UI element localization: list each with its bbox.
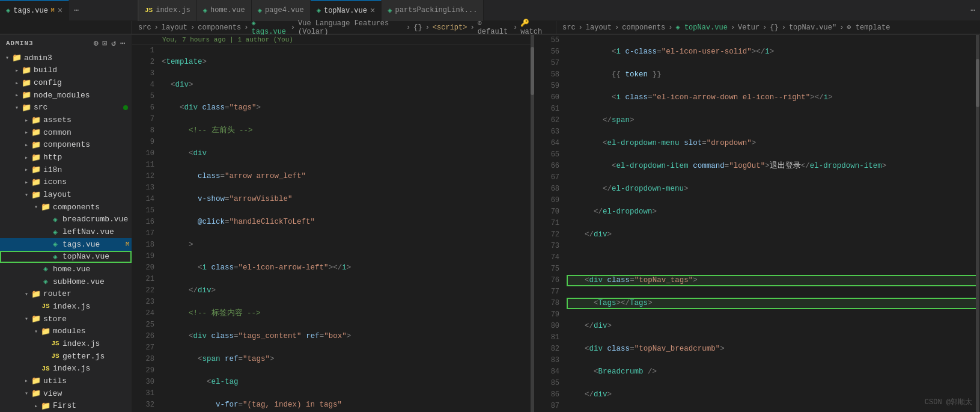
tree-label: router (43, 289, 132, 298)
tree-item-common[interactable]: ▸ 📁 common (0, 126, 132, 139)
tree-arrow: ▸ (22, 117, 31, 124)
close-icon[interactable]: × (370, 6, 375, 16)
folder-icon: 📁 (22, 103, 31, 112)
tree-arrow: ▸ (22, 154, 31, 161)
tree-item-first[interactable]: ▸ 📁 First (0, 399, 132, 412)
tree-item-router[interactable]: ▾ 📁 router (0, 287, 132, 300)
tab-home-vue[interactable]: ◈ home.vue (197, 0, 252, 21)
sidebar-breadcrumb-placeholder (0, 21, 132, 34)
tab-page4-vue[interactable]: ◈ page4.vue (252, 0, 311, 21)
tree-item-i18n[interactable]: ▸ 📁 i18n (0, 164, 132, 176)
tree-item-admin3[interactable]: ▾ 📁 admin3 (0, 52, 132, 64)
right-code-text: <i c-class="el-icon-user-solid"></i> {{ … (564, 35, 979, 412)
tree-item-leftnav[interactable]: ▸ ◈ leftNav.vue (0, 226, 132, 238)
tree-item-http[interactable]: ▸ 📁 http (0, 151, 132, 164)
tree-item-store[interactable]: ▾ 📁 store (0, 313, 132, 325)
right-scrollbar[interactable] (976, 35, 979, 412)
close-icon[interactable]: × (58, 6, 62, 16)
js-icon: JS (145, 7, 153, 14)
sidebar-header-actions: ⊕ ⊡ ↺ ⋯ (94, 38, 126, 48)
tree-arrow: ▾ (31, 203, 41, 211)
tree-item-config[interactable]: ▸ 📁 config (0, 76, 132, 89)
tree-item-layout[interactable]: ▾ 📁 layout (0, 188, 132, 201)
left-code-text: <template> <div> <div class="tags"> <!--… (159, 45, 534, 412)
right-code-content[interactable]: 5556575859 6061626364 6566676869 7071727… (537, 35, 979, 412)
tab-label: topNav.vue (324, 7, 367, 15)
tab-index-js[interactable]: JS index.js (139, 0, 197, 21)
folder-icon: 📁 (22, 66, 31, 75)
new-file-icon[interactable]: ⊕ (94, 38, 99, 48)
left-code-panel: You, 7 hours ago | 1 author (You) 12345 … (132, 35, 535, 412)
tab-bar: ◈ tags.vue M × ⋯ JS index.js ◈ home.vue … (0, 0, 980, 21)
tab-topnav-vue[interactable]: ◈ topNav.vue × (311, 0, 382, 21)
tree-arrow: ▸ (22, 377, 31, 384)
tree-item-modules-index[interactable]: ▸ JS index.js (0, 337, 132, 350)
folder-icon: 📁 (22, 90, 31, 100)
tab-label: index.js (156, 6, 190, 14)
vue-file-icon: ◈ (41, 277, 50, 286)
tree-label: config (34, 78, 132, 87)
right-tab-overflow[interactable]: ⋯ (966, 5, 980, 15)
folder-icon: 📁 (31, 115, 41, 125)
tree-item-router-index[interactable]: ▸ JS index.js (0, 300, 132, 313)
tree-item-breadcrumb[interactable]: ▸ ◈ breadcrumb.vue (0, 214, 132, 226)
refresh-icon[interactable]: ↺ (111, 38, 117, 48)
tree-item-view[interactable]: ▾ 📁 view (0, 387, 132, 400)
tree-arrow: ▾ (2, 54, 12, 61)
tree-item-home-vue[interactable]: ▸ ◈ home.vue (0, 263, 132, 275)
folder-icon: 📁 (41, 327, 50, 336)
folder-icon: 📁 (31, 314, 41, 324)
modified-badge: M (126, 241, 129, 248)
tree-label: common (43, 128, 132, 137)
vue-icon: ◈ (258, 6, 262, 15)
folder-icon: 📁 (31, 165, 41, 174)
tree-label: node_modules (34, 91, 132, 100)
tree-item-build[interactable]: ▸ 📁 build (0, 64, 132, 77)
tree-item-icons[interactable]: ▸ 📁 icons (0, 176, 132, 189)
tree-item-tags-vue[interactable]: ▸ ◈ tags.vue M (0, 238, 132, 251)
modified-indicator: M (51, 7, 55, 14)
left-tab-section: ◈ tags.vue M × ⋯ (0, 0, 138, 21)
tree-label: index.js (53, 302, 132, 311)
tree-item-assets[interactable]: ▸ 📁 assets (0, 114, 132, 126)
folder-icon: 📁 (31, 289, 41, 299)
folder-icon: 📁 (31, 190, 41, 200)
tab-overflow-menu[interactable]: ⋯ (69, 5, 84, 15)
right-breadcrumb: src › layout › components › ◈ topNav.vue… (556, 21, 980, 34)
left-breadcrumb: src › layout › components › ◈ tags.vue ›… (132, 21, 556, 34)
tab-tags-vue[interactable]: ◈ tags.vue M × (0, 0, 69, 21)
tree-item-store-index[interactable]: ▸ JS index.js (0, 362, 132, 375)
new-folder-icon[interactable]: ⊡ (103, 38, 108, 48)
folder-icon: 📁 (12, 53, 22, 63)
tree-item-subhome-vue[interactable]: ▸ ◈ subHome.vue (0, 275, 132, 288)
tree-item-components[interactable]: ▸ 📁 components (0, 139, 132, 152)
tab-parts-vue[interactable]: ◈ partsPackingLink... (382, 0, 484, 21)
tree-label: index.js (62, 339, 132, 348)
tree-item-layout-components[interactable]: ▾ 📁 components (0, 201, 132, 214)
js-file-icon: JS (41, 303, 50, 310)
tree-item-src[interactable]: ▾ 📁 src (0, 102, 132, 114)
tree-item-node-modules[interactable]: ▸ 📁 node_modules (0, 89, 132, 102)
left-scrollbar[interactable] (531, 45, 534, 412)
modified-dot (123, 105, 128, 110)
tree-arrow: ▸ (22, 141, 31, 149)
tree-item-topnav-vue[interactable]: ▸ ◈ topNav.vue (0, 251, 132, 263)
tree-arrow: ▸ (22, 166, 31, 173)
left-code-content[interactable]: 12345 678910 1112131415 1617181920 21222… (132, 45, 534, 412)
tree-arrow: ▸ (22, 179, 31, 186)
sidebar-title: ADMIN3 (6, 40, 34, 47)
tree-label: First (53, 401, 132, 410)
vue-file-icon: ◈ (50, 252, 60, 262)
sidebar-header: ADMIN3 ⊕ ⊡ ↺ ⋯ (0, 35, 132, 52)
tree-label: assets (43, 115, 132, 125)
tree-item-modules[interactable]: ▾ 📁 modules (0, 325, 132, 337)
tree-arrow: ▾ (22, 291, 31, 298)
tree-arrow: ▾ (22, 390, 31, 397)
tree-arrow: ▾ (31, 328, 41, 335)
js-file-icon: JS (50, 352, 60, 360)
tree-item-utils[interactable]: ▸ 📁 utils (0, 375, 132, 387)
line-numbers-right: 5556575859 6061626364 6566676869 7071727… (537, 35, 564, 412)
collapse-icon[interactable]: ⋯ (120, 38, 126, 48)
tree-label: icons (43, 177, 132, 186)
tree-item-getter[interactable]: ▸ JS getter.js (0, 350, 132, 363)
